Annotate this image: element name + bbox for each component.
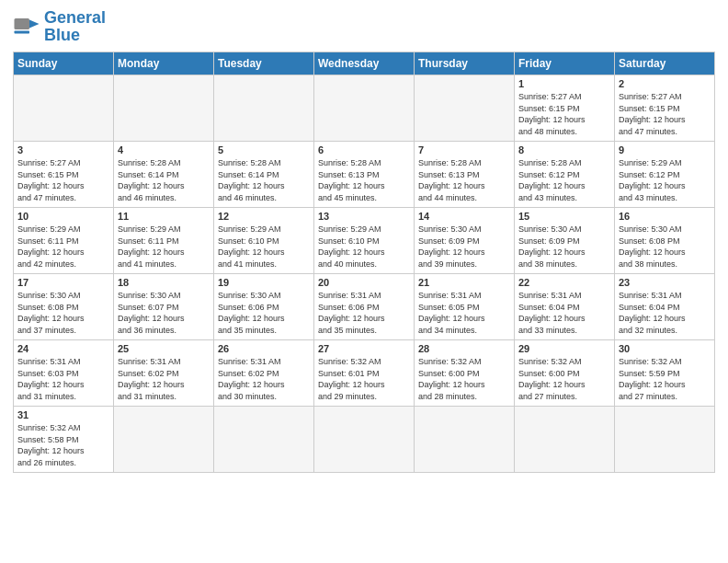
calendar-cell: 17Sunrise: 5:30 AMSunset: 6:08 PMDayligh… [14,274,114,340]
calendar-cell: 7Sunrise: 5:28 AMSunset: 6:13 PMDaylight… [415,142,515,208]
calendar-cell [415,407,515,473]
calendar-cell: 14Sunrise: 5:30 AMSunset: 6:09 PMDayligh… [415,208,515,274]
day-info: Sunrise: 5:30 AMSunset: 6:09 PMDaylight:… [418,224,510,270]
calendar-cell: 23Sunrise: 5:31 AMSunset: 6:04 PMDayligh… [615,274,715,340]
calendar-cell [314,75,415,142]
calendar-cell: 11Sunrise: 5:29 AMSunset: 6:11 PMDayligh… [114,208,214,274]
calendar-cell: 28Sunrise: 5:32 AMSunset: 6:00 PMDayligh… [415,340,515,407]
day-number: 9 [619,144,711,155]
day-number: 21 [418,277,510,288]
calendar-cell [114,75,214,142]
day-number: 13 [318,211,410,222]
calendar-cell [615,407,715,473]
day-number: 26 [218,343,310,354]
day-info: Sunrise: 5:27 AMSunset: 6:15 PMDaylight:… [619,91,711,137]
calendar-cell [515,407,615,473]
calendar-cell: 5Sunrise: 5:28 AMSunset: 6:14 PMDaylight… [214,142,314,208]
calendar-week-row: 24Sunrise: 5:31 AMSunset: 6:03 PMDayligh… [14,340,715,407]
header-sunday: Sunday [14,52,114,75]
day-number: 23 [619,277,711,288]
day-number: 30 [619,343,711,354]
day-info: Sunrise: 5:31 AMSunset: 6:04 PMDaylight:… [518,290,610,336]
weekday-header-row: Sunday Monday Tuesday Wednesday Thursday… [14,52,715,75]
day-info: Sunrise: 5:32 AMSunset: 5:58 PMDaylight:… [17,422,109,468]
calendar-week-row: 17Sunrise: 5:30 AMSunset: 6:08 PMDayligh… [14,274,715,340]
day-number: 17 [17,277,109,288]
day-info: Sunrise: 5:32 AMSunset: 6:00 PMDaylight:… [418,356,510,402]
day-info: Sunrise: 5:32 AMSunset: 5:59 PMDaylight:… [619,356,711,402]
logo-text: GeneralBlue [44,9,106,44]
header-saturday: Saturday [615,52,715,75]
calendar-cell: 4Sunrise: 5:28 AMSunset: 6:14 PMDaylight… [114,142,214,208]
day-number: 18 [118,277,210,288]
calendar-cell: 29Sunrise: 5:32 AMSunset: 6:00 PMDayligh… [515,340,615,407]
day-info: Sunrise: 5:31 AMSunset: 6:02 PMDaylight:… [118,356,210,402]
day-number: 15 [518,211,610,222]
calendar-cell [14,75,114,142]
day-info: Sunrise: 5:27 AMSunset: 6:15 PMDaylight:… [518,91,610,137]
day-info: Sunrise: 5:30 AMSunset: 6:09 PMDaylight:… [518,224,610,270]
calendar-cell: 6Sunrise: 5:28 AMSunset: 6:13 PMDaylight… [314,142,415,208]
day-info: Sunrise: 5:30 AMSunset: 6:07 PMDaylight:… [118,290,210,336]
calendar-cell: 31Sunrise: 5:32 AMSunset: 5:58 PMDayligh… [14,407,114,473]
day-info: Sunrise: 5:28 AMSunset: 6:13 PMDaylight:… [318,157,410,203]
day-number: 19 [218,277,310,288]
day-number: 12 [218,211,310,222]
day-info: Sunrise: 5:32 AMSunset: 6:00 PMDaylight:… [518,356,610,402]
day-info: Sunrise: 5:31 AMSunset: 6:05 PMDaylight:… [418,290,510,336]
day-number: 1 [518,78,610,89]
header-thursday: Thursday [415,52,515,75]
day-info: Sunrise: 5:28 AMSunset: 6:12 PMDaylight:… [518,157,610,203]
day-number: 31 [17,409,109,420]
header-monday: Monday [114,52,214,75]
calendar-cell: 1Sunrise: 5:27 AMSunset: 6:15 PMDaylight… [515,75,615,142]
day-number: 3 [17,144,109,155]
day-number: 27 [318,343,410,354]
day-number: 4 [118,144,210,155]
day-number: 28 [418,343,510,354]
day-number: 24 [17,343,109,354]
calendar-week-row: 3Sunrise: 5:27 AMSunset: 6:15 PMDaylight… [14,142,715,208]
day-info: Sunrise: 5:32 AMSunset: 6:01 PMDaylight:… [318,356,410,402]
day-number: 8 [518,144,610,155]
calendar-cell: 24Sunrise: 5:31 AMSunset: 6:03 PMDayligh… [14,340,114,407]
calendar-cell: 9Sunrise: 5:29 AMSunset: 6:12 PMDaylight… [615,142,715,208]
day-number: 20 [318,277,410,288]
calendar-cell [114,407,214,473]
calendar-cell: 2Sunrise: 5:27 AMSunset: 6:15 PMDaylight… [615,75,715,142]
calendar-cell: 18Sunrise: 5:30 AMSunset: 6:07 PMDayligh… [114,274,214,340]
day-number: 11 [118,211,210,222]
day-info: Sunrise: 5:29 AMSunset: 6:11 PMDaylight:… [17,224,109,270]
calendar-cell: 19Sunrise: 5:30 AMSunset: 6:06 PMDayligh… [214,274,314,340]
day-info: Sunrise: 5:30 AMSunset: 6:08 PMDaylight:… [619,224,711,270]
day-info: Sunrise: 5:29 AMSunset: 6:12 PMDaylight:… [619,157,711,203]
day-number: 25 [118,343,210,354]
day-number: 10 [17,211,109,222]
header: GeneralBlue [13,9,715,44]
calendar-cell: 30Sunrise: 5:32 AMSunset: 5:59 PMDayligh… [615,340,715,407]
day-info: Sunrise: 5:28 AMSunset: 6:13 PMDaylight:… [418,157,510,203]
header-tuesday: Tuesday [214,52,314,75]
header-friday: Friday [515,52,615,75]
calendar-cell [415,75,515,142]
logo-icon [13,13,40,40]
day-info: Sunrise: 5:28 AMSunset: 6:14 PMDaylight:… [118,157,210,203]
calendar: Sunday Monday Tuesday Wednesday Thursday… [13,52,715,473]
day-info: Sunrise: 5:28 AMSunset: 6:14 PMDaylight:… [218,157,310,203]
day-number: 6 [318,144,410,155]
header-wednesday: Wednesday [314,52,415,75]
calendar-week-row: 31Sunrise: 5:32 AMSunset: 5:58 PMDayligh… [14,407,715,473]
calendar-cell: 12Sunrise: 5:29 AMSunset: 6:10 PMDayligh… [214,208,314,274]
calendar-cell [214,75,314,142]
day-info: Sunrise: 5:31 AMSunset: 6:06 PMDaylight:… [318,290,410,336]
svg-marker-1 [29,20,40,29]
day-info: Sunrise: 5:31 AMSunset: 6:03 PMDaylight:… [17,356,109,402]
day-info: Sunrise: 5:30 AMSunset: 6:08 PMDaylight:… [17,290,109,336]
calendar-cell: 26Sunrise: 5:31 AMSunset: 6:02 PMDayligh… [214,340,314,407]
calendar-cell: 27Sunrise: 5:32 AMSunset: 6:01 PMDayligh… [314,340,415,407]
day-number: 7 [418,144,510,155]
calendar-cell: 15Sunrise: 5:30 AMSunset: 6:09 PMDayligh… [515,208,615,274]
svg-rect-0 [15,18,30,29]
day-number: 5 [218,144,310,155]
day-number: 14 [418,211,510,222]
